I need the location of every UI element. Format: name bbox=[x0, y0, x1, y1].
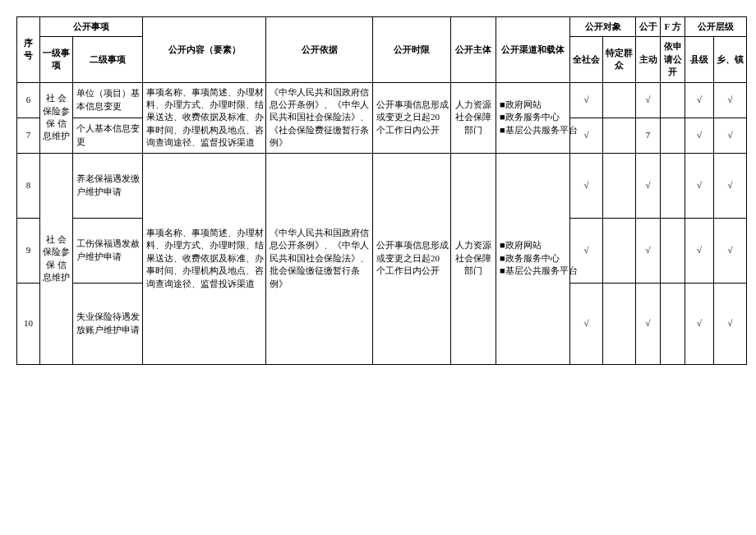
cell-basis: 《中华人民共和国政府信息公开条例》、《中华人民共和国社会保险法》、批会保险缴征缴… bbox=[266, 153, 373, 364]
cell-active: √ bbox=[636, 82, 661, 118]
channel-item: ■政府网站 bbox=[498, 239, 568, 251]
cell-spec bbox=[603, 283, 636, 364]
cell-l2: 工伤保福遇发赦户维护申请 bbox=[73, 218, 143, 283]
cell-channel: ■政府网站 ■政务服务中心 ■基层公共服务平台 bbox=[496, 153, 570, 364]
cell-content: 事项名称、事项简述、办理材料、办理方式、办理时限、结果送达、收费依据及标准、办事… bbox=[143, 153, 266, 364]
header-all: 全社会 bbox=[570, 37, 603, 82]
cell-town: √ bbox=[714, 283, 747, 364]
cell-all: √ bbox=[570, 153, 603, 218]
cell-time: 公开事项信息形成或变更之日起20 个工作日内公开 bbox=[373, 153, 451, 364]
header-apply: 依申请公开 bbox=[661, 37, 685, 82]
cell-county: √ bbox=[685, 218, 714, 283]
cell-channel: ■政府网站 ■政务服务中心 ■基层公共服务平台 bbox=[496, 82, 570, 153]
cell-seq: 10 bbox=[17, 283, 40, 364]
cell-apply bbox=[661, 283, 685, 364]
header-method-b: F 方 bbox=[661, 17, 685, 37]
cell-subject: 人力资源社会保障部门 bbox=[451, 153, 496, 364]
cell-apply bbox=[661, 218, 685, 283]
cell-apply bbox=[661, 153, 685, 218]
cell-l2: 个人基本信息变更 bbox=[73, 118, 143, 153]
cell-county: √ bbox=[685, 153, 714, 218]
cell-county: √ bbox=[685, 118, 714, 153]
cell-town: √ bbox=[714, 118, 747, 153]
cell-all: √ bbox=[570, 118, 603, 153]
table-header: 序 号 公开事项 公开内容（要素） 公开依据 公开时限 公开主体 公开渠道和载体… bbox=[17, 17, 747, 83]
cell-town: √ bbox=[714, 82, 747, 118]
cell-spec bbox=[603, 153, 636, 218]
cell-county: √ bbox=[685, 82, 714, 118]
cell-all: √ bbox=[570, 82, 603, 118]
cell-active: √ bbox=[636, 283, 661, 364]
header-content: 公开内容（要素） bbox=[143, 17, 266, 83]
cell-time: 公开事项信息形成或变更之日起20 个工作日内公开 bbox=[373, 82, 451, 153]
header-seq: 序 号 bbox=[17, 17, 40, 83]
cell-basis: 《中华人民共和国政府信息公开条例》、《中华人民共和国社会保险法》、《社会保险费征… bbox=[266, 82, 373, 153]
header-l2: 二级事项 bbox=[73, 37, 143, 82]
cell-spec bbox=[603, 82, 636, 118]
header-matter: 公开事项 bbox=[40, 17, 143, 37]
cell-active: √ bbox=[636, 218, 661, 283]
cell-spec bbox=[603, 218, 636, 283]
cell-active: 7 bbox=[636, 118, 661, 153]
table-body: 6 社 会 保险参 保 信息维护 单位（项目）基本信息变更 事项名称、事项简述、… bbox=[17, 82, 747, 364]
header-target: 公开对象 bbox=[570, 17, 636, 37]
cell-l2: 失业保险待遇发放账户维护申请 bbox=[73, 283, 143, 364]
channel-item: ■基层公共服务平台 bbox=[498, 124, 568, 136]
header-channel: 公开渠道和载体 bbox=[496, 17, 570, 83]
header-time: 公开时限 bbox=[373, 17, 451, 83]
cell-l1: 社 会 保险参 保 信息维护 bbox=[40, 82, 73, 153]
cell-l2: 养老保福遇发缴户维护申请 bbox=[73, 153, 143, 218]
channel-item: ■政务服务中心 bbox=[498, 252, 568, 265]
header-l1: 一级事项 bbox=[40, 37, 73, 82]
channel-item: ■政府网站 bbox=[498, 99, 568, 111]
header-subject: 公开主体 bbox=[451, 17, 496, 83]
header-town: 乡、镇 bbox=[714, 37, 747, 82]
table-row: 6 社 会 保险参 保 信息维护 单位（项目）基本信息变更 事项名称、事项简述、… bbox=[17, 82, 747, 118]
header-county: 县级 bbox=[685, 37, 714, 82]
cell-apply bbox=[661, 82, 685, 118]
cell-seq: 8 bbox=[17, 153, 40, 218]
cell-seq: 9 bbox=[17, 218, 40, 283]
channel-item: ■基层公共服务平台 bbox=[498, 265, 568, 277]
header-basis: 公开依据 bbox=[266, 17, 373, 83]
cell-subject: 人力资源社会保障部门 bbox=[451, 82, 496, 153]
cell-spec bbox=[603, 118, 636, 153]
cell-l2: 单位（项目）基本信息变更 bbox=[73, 82, 143, 118]
cell-apply bbox=[661, 118, 685, 153]
header-level: 公开层级 bbox=[685, 17, 747, 37]
cell-content: 事项名称、事项简述、办理材料、办理方式、办理时限、结果送达、收费依据及标准、办事… bbox=[143, 82, 266, 153]
header-method-a: 公于 bbox=[636, 17, 661, 37]
cell-seq: 7 bbox=[17, 118, 40, 153]
cell-town: √ bbox=[714, 153, 747, 218]
cell-l1: 社 会 保险参 保 信息维护 bbox=[40, 153, 73, 364]
cell-county: √ bbox=[685, 283, 714, 364]
cell-all: √ bbox=[570, 283, 603, 364]
cell-town: √ bbox=[714, 218, 747, 283]
cell-active: √ bbox=[636, 153, 661, 218]
disclosure-table: 序 号 公开事项 公开内容（要素） 公开依据 公开时限 公开主体 公开渠道和载体… bbox=[16, 16, 747, 365]
cell-seq: 6 bbox=[17, 82, 40, 118]
header-active: 主动 bbox=[636, 37, 661, 82]
table-row: 8 社 会 保险参 保 信息维护 养老保福遇发缴户维护申请 事项名称、事项简述、… bbox=[17, 153, 747, 218]
header-specific: 特定群众 bbox=[603, 37, 636, 82]
channel-item: ■政务服务中心 bbox=[498, 111, 568, 123]
